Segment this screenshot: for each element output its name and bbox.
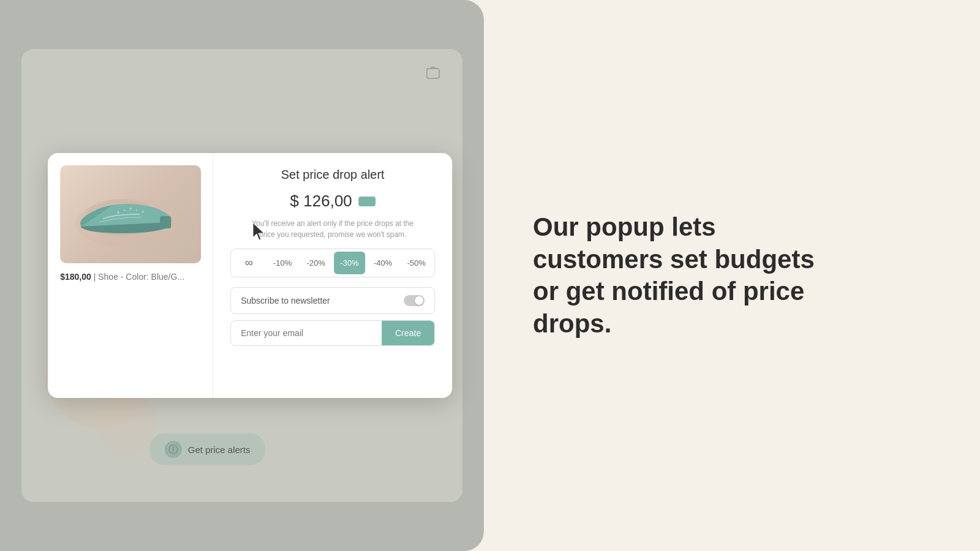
left-panel: $180,00 | Shoe - Color: Blue/G... Set pr… bbox=[0, 0, 484, 551]
price-drop-modal: $180,00 | Shoe - Color: Blue/G... Set pr… bbox=[48, 153, 452, 398]
alert-description: You'll receive an alert only if the pric… bbox=[247, 218, 418, 240]
modal-title: Set price drop alert bbox=[281, 168, 385, 182]
discount-btn-40[interactable]: -40% bbox=[368, 252, 399, 274]
svg-point-6 bbox=[136, 209, 138, 211]
cart-icon-area bbox=[422, 61, 444, 83]
toggle-knob bbox=[415, 296, 423, 305]
product-name: | bbox=[94, 272, 99, 282]
modal-form-side: Set price drop alert $ 126,00 You'll rec… bbox=[213, 153, 452, 398]
price-badge bbox=[358, 197, 375, 206]
svg-point-10 bbox=[173, 451, 174, 452]
email-row: Create bbox=[230, 320, 435, 346]
product-image-container bbox=[60, 165, 201, 263]
browser-frame: $180,00 | Shoe - Color: Blue/G... Set pr… bbox=[21, 49, 462, 502]
bg-shape-2 bbox=[95, 392, 156, 453]
product-info: $180,00 | Shoe - Color: Blue/G... bbox=[60, 272, 184, 282]
discount-btn-30[interactable]: -30% bbox=[334, 252, 365, 274]
tagline: Our popup lets customers set budgets or … bbox=[533, 211, 827, 340]
svg-point-3 bbox=[117, 211, 119, 214]
price-row: $ 126,00 bbox=[290, 192, 375, 211]
svg-point-7 bbox=[141, 211, 144, 213]
subscribe-row: Subscribe to newsletter bbox=[230, 287, 435, 314]
email-input[interactable] bbox=[231, 321, 382, 345]
discount-btn-50[interactable]: -50% bbox=[401, 252, 432, 274]
current-price: $ 126,00 bbox=[290, 192, 352, 211]
subscribe-label: Subscribe to newsletter bbox=[241, 296, 330, 305]
shoe-illustration bbox=[69, 174, 192, 254]
get-alerts-label: Get price alerts bbox=[188, 444, 251, 455]
discount-btn-20[interactable]: -20% bbox=[301, 252, 332, 274]
discount-btn-10[interactable]: -10% bbox=[267, 252, 298, 274]
cart-icon[interactable] bbox=[422, 61, 444, 83]
right-panel: Our popup lets customers set budgets or … bbox=[484, 0, 980, 551]
product-name-label: Shoe - Color: Blue/G... bbox=[98, 272, 184, 282]
get-price-alerts-button[interactable]: Get price alerts bbox=[150, 433, 265, 465]
modal-product-side: $180,00 | Shoe - Color: Blue/G... bbox=[48, 153, 213, 398]
svg-point-5 bbox=[129, 208, 132, 210]
subscribe-toggle[interactable] bbox=[404, 295, 424, 306]
discount-btn-infinity[interactable]: ∞ bbox=[233, 252, 265, 274]
product-price: $180,00 bbox=[60, 272, 91, 282]
discount-options: ∞ -10% -20% -30% -40% -50% bbox=[230, 249, 435, 277]
svg-rect-8 bbox=[160, 216, 171, 228]
svg-rect-0 bbox=[427, 69, 439, 78]
alert-circle-icon bbox=[165, 441, 182, 458]
svg-point-4 bbox=[124, 209, 126, 211]
create-button[interactable]: Create bbox=[382, 321, 434, 345]
